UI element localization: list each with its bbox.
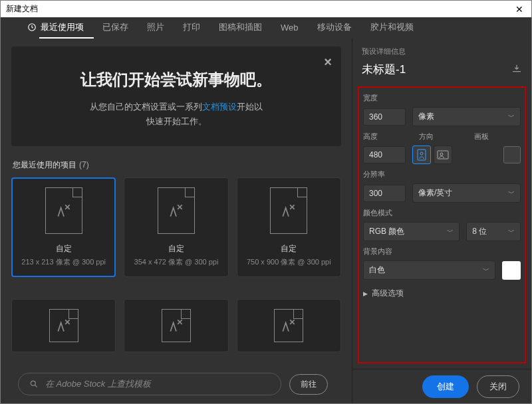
clock-icon xyxy=(27,23,37,32)
recent-section-label: 您最近使用的项目(7) xyxy=(13,159,341,171)
width-label: 宽度 xyxy=(363,93,521,103)
preset-dim: 354 x 472 像素 @ 300 ppi xyxy=(134,257,219,267)
doc-preset-link[interactable]: 文档预设 xyxy=(202,102,237,112)
width-input[interactable]: 360 xyxy=(363,108,406,126)
pencil-ruler-icon xyxy=(280,317,297,334)
preset-dim: 213 x 213 像素 @ 300 ppi xyxy=(21,257,106,267)
tab-label: 打印 xyxy=(183,21,200,33)
tab-label: 已保存 xyxy=(102,21,128,33)
dialog-footer: 创建 关闭 xyxy=(352,369,531,403)
tab-recent[interactable]: 最近使用项 xyxy=(27,21,84,33)
resolution-input[interactable]: 300 xyxy=(363,185,406,202)
color-bits-select[interactable]: 8 位﹀ xyxy=(466,222,521,241)
orientation-label: 方向 xyxy=(419,132,466,142)
pencil-ruler-icon xyxy=(55,202,72,219)
svg-point-5 xyxy=(440,153,443,155)
preset-dim: 750 x 900 像素 @ 300 ppi xyxy=(247,257,331,267)
advanced-toggle[interactable]: ▶高级选项 xyxy=(363,288,521,299)
tab-photo[interactable]: 照片 xyxy=(147,21,164,33)
preset-card[interactable]: 自定 354 x 472 像素 @ 300 ppi xyxy=(124,177,228,277)
width-unit-select[interactable]: 像素﹀ xyxy=(412,107,521,126)
tab-label: Web xyxy=(281,23,299,33)
orientation-portrait-button[interactable] xyxy=(412,146,431,164)
stock-search: 在 Adobe Stock 上查找模板 前往 xyxy=(11,373,341,395)
pencil-ruler-icon xyxy=(55,317,72,334)
splash-text: 从您自己的文档设置或一系列文档预设开始以 快速开始工作。 xyxy=(31,100,321,129)
preset-card[interactable] xyxy=(237,299,341,352)
tab-art[interactable]: 图稿和插图 xyxy=(219,21,262,33)
tab-label: 胶片和视频 xyxy=(370,21,414,33)
preset-name: 自定 xyxy=(56,243,72,254)
chevron-down-icon: ﹀ xyxy=(508,227,515,237)
pencil-ruler-icon xyxy=(168,317,185,334)
stock-go-button[interactable]: 前往 xyxy=(289,374,328,395)
chevron-down-icon: ﹀ xyxy=(447,227,454,237)
document-name[interactable]: 未标题-1 xyxy=(362,62,406,77)
create-button[interactable]: 创建 xyxy=(422,375,469,398)
preset-name: 自定 xyxy=(281,243,297,254)
height-label: 高度 xyxy=(363,132,410,142)
svg-point-3 xyxy=(420,152,423,155)
preset-thumb xyxy=(45,187,82,234)
tab-mobile[interactable]: 移动设备 xyxy=(317,21,352,33)
save-preset-icon[interactable] xyxy=(511,64,522,75)
preset-settings-panel: 宽度 360 像素﹀ 高度 方向 画板 480 xyxy=(358,86,526,363)
close-button[interactable]: 关闭 xyxy=(477,375,519,398)
tab-film[interactable]: 胶片和视频 xyxy=(370,21,414,33)
color-mode-label: 颜色模式 xyxy=(363,208,521,218)
window-title: 新建文档 xyxy=(6,3,38,15)
close-icon[interactable]: ✕ xyxy=(513,4,526,15)
preset-card[interactable] xyxy=(124,299,228,352)
preset-card[interactable] xyxy=(11,299,116,352)
splash-heading: 让我们开始尝试新事物吧。 xyxy=(31,69,321,90)
preset-grid: 自定 213 x 213 像素 @ 300 ppi 自定 354 x 472 像… xyxy=(11,177,341,366)
tab-label: 照片 xyxy=(147,21,164,33)
svg-point-1 xyxy=(31,381,35,385)
chevron-down-icon: ﹀ xyxy=(508,112,515,122)
triangle-right-icon: ▶ xyxy=(363,290,368,297)
background-label: 背景内容 xyxy=(363,247,521,256)
background-select[interactable]: 白色﹀ xyxy=(363,260,495,280)
titlebar: 新建文档 ✕ xyxy=(1,1,531,17)
resolution-unit-select[interactable]: 像素/英寸﹀ xyxy=(412,183,521,203)
tab-label: 最近使用项 xyxy=(41,21,84,33)
search-placeholder: 在 Adobe Stock 上查找模板 xyxy=(45,378,151,390)
tab-label: 移动设备 xyxy=(317,21,352,33)
tab-label: 图稿和插图 xyxy=(219,21,262,33)
height-input[interactable]: 480 xyxy=(363,146,406,163)
artboard-label: 画板 xyxy=(474,132,521,142)
tab-saved[interactable]: 已保存 xyxy=(102,21,128,33)
preset-thumb xyxy=(158,187,195,234)
pencil-ruler-icon xyxy=(168,202,185,219)
splash-close-icon[interactable]: × xyxy=(324,54,332,70)
resolution-label: 分辨率 xyxy=(363,169,521,179)
pencil-ruler-icon xyxy=(280,202,297,219)
preset-card[interactable]: 自定 213 x 213 像素 @ 300 ppi xyxy=(11,177,116,277)
preset-name: 自定 xyxy=(168,243,184,254)
chevron-down-icon: ﹀ xyxy=(508,189,515,198)
color-mode-select[interactable]: RGB 颜色﹀ xyxy=(363,222,460,241)
preset-thumb xyxy=(270,187,307,234)
artboard-checkbox[interactable] xyxy=(503,146,521,163)
search-icon xyxy=(29,379,39,389)
chevron-down-icon: ﹀ xyxy=(483,266,489,275)
stock-search-input[interactable]: 在 Adobe Stock 上查找模板 xyxy=(18,373,281,395)
detail-header: 预设详细信息 xyxy=(362,47,522,56)
category-tabs: 最近使用项 已保存 照片 打印 图稿和插图 Web 移动设备 胶片和视频 xyxy=(1,17,531,37)
preset-card[interactable]: 自定 750 x 900 像素 @ 300 ppi xyxy=(237,177,341,277)
splash-panel: × 让我们开始尝试新事物吧。 从您自己的文档设置或一系列文档预设开始以 快速开始… xyxy=(11,47,341,146)
orientation-landscape-button[interactable] xyxy=(434,146,452,164)
tab-print[interactable]: 打印 xyxy=(183,21,200,33)
background-swatch[interactable] xyxy=(502,261,521,280)
tab-web[interactable]: Web xyxy=(281,23,299,33)
